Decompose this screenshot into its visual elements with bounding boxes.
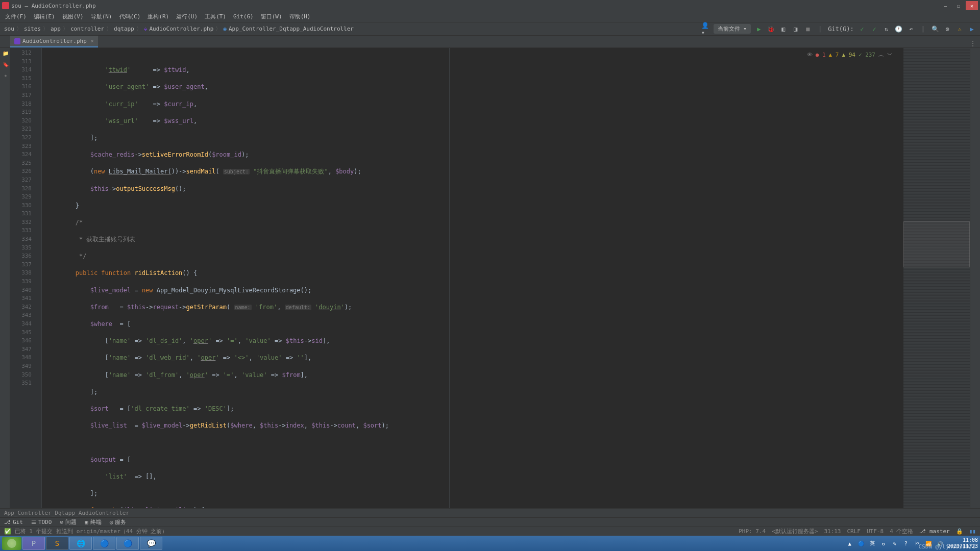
- php-file-icon: [14, 38, 20, 44]
- run-config-selector[interactable]: 当前文件 ▾: [714, 24, 751, 34]
- tray-up-icon[interactable]: ▲: [846, 540, 853, 547]
- taskbar-app-wechat[interactable]: 💬: [140, 537, 162, 550]
- profile-icon[interactable]: ◨: [792, 25, 800, 33]
- git-branch[interactable]: ⎇ master: [919, 528, 949, 535]
- menu-help[interactable]: 帮助(H): [286, 12, 314, 21]
- fold-gutter[interactable]: [36, 48, 42, 508]
- menu-window[interactable]: 窗口(W): [258, 12, 285, 21]
- menu-view[interactable]: 视图(V): [59, 12, 87, 21]
- git-branch-icon: ⎇: [4, 519, 11, 525]
- bc-item[interactable]: app: [51, 26, 61, 32]
- taskbar-app-browser2[interactable]: 🔵: [116, 537, 139, 550]
- line-number-gutter: 3123133143153163173183193203213223233243…: [10, 48, 36, 508]
- menu-run[interactable]: 运行(U): [173, 12, 201, 21]
- menu-navigate[interactable]: 导航(N): [88, 12, 115, 21]
- stop-icon[interactable]: ■: [804, 25, 812, 33]
- inspection-widget[interactable]: 👁 ● 1 ▲ 7 ▲ 94 ✓ 237 ︿ ﹀: [804, 50, 896, 60]
- bc-item[interactable]: sou: [4, 26, 14, 32]
- window-controls: — ☐ ✕: [939, 1, 978, 10]
- bc-item[interactable]: controller: [70, 26, 104, 32]
- deployment-server[interactable]: <默认运行服务器>: [772, 528, 818, 535]
- tab-options-icon[interactable]: ⋮: [969, 39, 977, 47]
- services-icon: ◎: [110, 519, 113, 525]
- code-area[interactable]: 'ttwid' => $ttwid, 'user_agent' => $user…: [42, 48, 903, 508]
- tray-icon[interactable]: 🔵: [857, 540, 865, 547]
- git-update-icon[interactable]: ↻: [883, 25, 891, 33]
- git-history-icon[interactable]: 🕐: [895, 25, 903, 33]
- tool-problems[interactable]: ⊘ 问题: [60, 518, 77, 526]
- file-encoding[interactable]: UTF-8: [867, 528, 884, 535]
- maximize-button[interactable]: ☐: [952, 1, 965, 10]
- structure-breadcrumb[interactable]: App_Controller_Dqtapp_AudioController: [0, 508, 980, 517]
- tab-label: AudioController.php: [22, 38, 87, 44]
- menu-tools[interactable]: 工具(T): [202, 12, 229, 21]
- editor-tab[interactable]: AudioController.php ×: [10, 36, 98, 47]
- bc-item[interactable]: dqtapp: [114, 26, 134, 32]
- coverage-icon[interactable]: ◧: [779, 25, 788, 33]
- tray-edit-icon[interactable]: ✎: [891, 540, 898, 547]
- menu-git[interactable]: Git(G): [230, 12, 257, 21]
- tray-sync-icon[interactable]: ↻: [880, 540, 887, 547]
- next-highlight-icon[interactable]: ﹀: [887, 51, 893, 59]
- project-tool-icon[interactable]: 📁: [2, 50, 9, 57]
- vcs-status[interactable]: ✅ 已将 1 个提交 推送到 origin/master（44 分钟 之前）: [4, 528, 167, 535]
- close-button[interactable]: ✕: [966, 1, 978, 10]
- minimize-button[interactable]: —: [939, 1, 951, 10]
- debug-icon[interactable]: 🐞: [767, 25, 775, 33]
- code-editor[interactable]: 3123133143153163173183193203213223233243…: [10, 48, 970, 508]
- minimap-viewport[interactable]: [903, 221, 970, 267]
- ide-features-icon[interactable]: ▶: [968, 25, 976, 33]
- tool-terminal[interactable]: ▣ 终端: [85, 518, 102, 526]
- start-button[interactable]: [2, 537, 21, 550]
- menu-code[interactable]: 代码(C): [116, 12, 144, 21]
- ime-indicator[interactable]: 英: [869, 540, 876, 547]
- warning-count[interactable]: ▲ 7: [829, 52, 839, 58]
- windows-taskbar: P S 🌐 🔵 🔵 💬 ▲ 🔵 英 ↻ ✎ ? 🏳 📶 🔊 11:08 2023…: [0, 536, 980, 551]
- todo-icon: ☰: [31, 519, 36, 525]
- bc-item[interactable]: AudioController.php: [149, 26, 213, 32]
- menu-refactor[interactable]: 重构(R): [144, 12, 172, 21]
- status-bar: ✅ 已将 1 个提交 推送到 origin/master（44 分钟 之前） P…: [0, 527, 980, 536]
- minimap[interactable]: [903, 48, 970, 508]
- left-tool-strip: 📁 🔖 ★: [0, 48, 10, 508]
- run-icon[interactable]: ▶: [755, 25, 763, 33]
- favorites-tool-icon[interactable]: ★: [2, 72, 9, 80]
- caret-position[interactable]: 31:13: [824, 528, 841, 535]
- git-push-icon[interactable]: ✓: [870, 25, 878, 33]
- watermark: CSDN @yljnd898978: [918, 543, 976, 550]
- indent-config[interactable]: 4 个空格: [890, 528, 913, 535]
- tool-git[interactable]: ⎇ Git: [4, 519, 23, 525]
- taskbar-app-phpstorm[interactable]: P: [22, 537, 45, 550]
- eye-off-icon[interactable]: 👁: [807, 52, 813, 58]
- tool-services[interactable]: ◎ 服务: [110, 518, 127, 526]
- menu-bar: 文件(F) 编辑(E) 视图(V) 导航(N) 代码(C) 重构(R) 运行(U…: [0, 11, 980, 22]
- settings-icon[interactable]: ⚙: [943, 25, 951, 33]
- git-commit-icon[interactable]: ✓: [858, 25, 866, 33]
- bc-item[interactable]: sites: [24, 26, 41, 32]
- bc-item[interactable]: App_Controller_Dqtapp_AudioController: [229, 26, 354, 32]
- help-icon[interactable]: ⚠: [955, 25, 964, 33]
- user-add-icon[interactable]: 👤▾: [701, 25, 709, 33]
- menu-edit[interactable]: 编辑(E): [31, 12, 58, 21]
- taskbar-app-browser[interactable]: 🔵: [93, 537, 115, 550]
- breadcrumb: sou〉 sites〉 app〉 controller〉 dqtapp〉 ⬙Au…: [4, 25, 354, 33]
- lock-icon[interactable]: 🔒: [956, 528, 963, 535]
- line-separator[interactable]: CRLF: [847, 528, 861, 535]
- search-everywhere-icon[interactable]: 🔍: [931, 25, 939, 33]
- toolbar-right: 👤▾ 当前文件 ▾ ▶ 🐞 ◧ ◨ ■ | Git(G): ✓ ✓ ↻ 🕐 ↶ …: [701, 24, 976, 34]
- tool-todo[interactable]: ☰ TODO: [31, 519, 52, 525]
- git-rollback-icon[interactable]: ↶: [907, 25, 915, 33]
- taskbar-app-sublime[interactable]: S: [46, 537, 68, 550]
- memory-indicator-icon[interactable]: ▮▮: [969, 528, 976, 535]
- taskbar-app-chrome[interactable]: 🌐: [69, 537, 92, 550]
- weak-warning-count[interactable]: ▲ 94: [842, 52, 855, 58]
- menu-file[interactable]: 文件(F): [2, 12, 30, 21]
- php-version[interactable]: PHP: 7.4: [739, 528, 766, 535]
- structure-tool-icon[interactable]: 🔖: [2, 61, 9, 68]
- tray-help-icon[interactable]: ?: [902, 540, 910, 547]
- error-count[interactable]: ● 1: [816, 52, 826, 58]
- tab-close-icon[interactable]: ×: [91, 38, 94, 44]
- window-title: sou – AudioController.php: [11, 3, 96, 9]
- prev-highlight-icon[interactable]: ︿: [878, 51, 884, 59]
- typo-count[interactable]: ✓ 237: [859, 52, 875, 58]
